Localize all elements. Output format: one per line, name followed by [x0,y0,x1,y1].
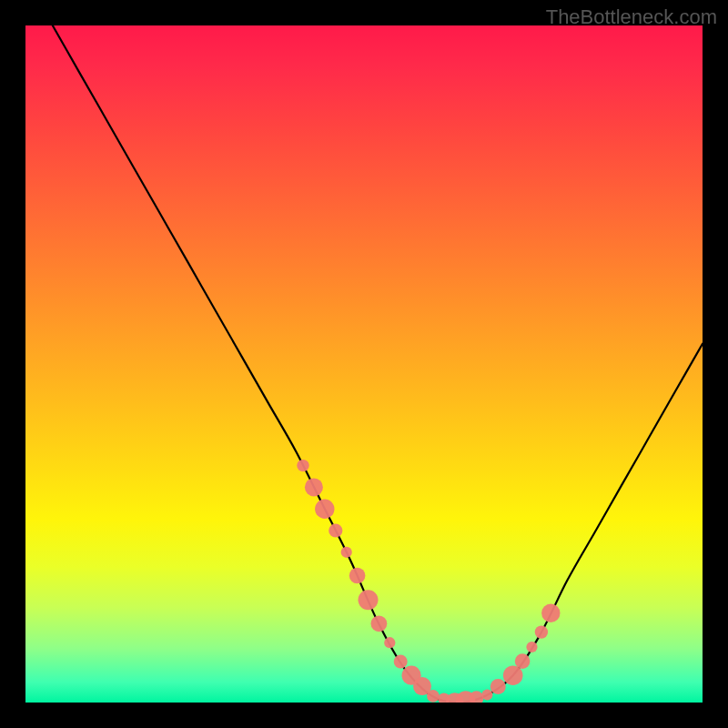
highlight-dot [341,547,352,558]
highlight-dot [541,604,560,622]
highlight-dot [315,500,334,519]
highlight-dots [297,460,560,703]
highlight-dot [490,679,506,694]
highlight-dot [503,665,523,685]
highlight-dot [427,690,440,703]
watermark-text: TheBottleneck.com [546,5,717,29]
highlight-dot [394,655,408,669]
highlight-dot [349,568,366,584]
highlight-dot [359,590,379,610]
highlight-dot [515,653,531,669]
chart-svg [25,25,703,703]
highlight-dot [297,460,308,471]
plot-area [25,25,703,703]
highlight-dot [470,691,484,703]
highlight-dot [535,625,548,638]
highlight-dot [371,615,388,632]
highlight-dot [305,478,323,496]
highlight-dot [526,642,537,652]
highlight-dot [384,637,395,648]
highlight-dot [329,523,342,537]
highlight-dot [481,689,492,700]
